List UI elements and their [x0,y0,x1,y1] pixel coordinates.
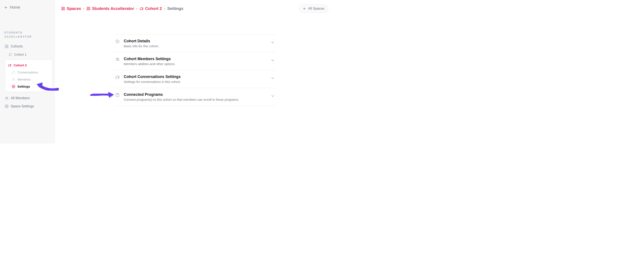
archive-icon [115,93,120,97]
svg-rect-18 [87,9,88,10]
sidebar-item-cohort-1[interactable]: Cohort 1 [2,51,52,58]
chat-icon [115,75,120,79]
svg-point-7 [13,86,14,87]
breadcrumb-program-label: Students Accellerator [92,6,134,11]
svg-rect-3 [7,47,8,48]
main: Spaces › Students Accellerator › Cohort … [55,0,335,143]
row-body: Cohort Conversations Settings Settings f… [124,75,266,84]
svg-rect-26 [116,94,119,96]
gear-icon [12,85,15,88]
breadcrumb-current-label: Settings [167,6,183,11]
svg-point-10 [6,106,7,107]
chevron-down-icon [271,41,274,45]
chevron-down-icon [271,76,274,80]
row-title: Connected Programs [124,92,266,97]
svg-point-22 [117,41,118,41]
chat-icon [140,7,144,11]
svg-point-24 [118,58,119,59]
conversations-label: Conversations [18,71,38,74]
chat-icon [8,53,12,56]
svg-point-23 [116,58,118,59]
cohort2-title: Cohort 2 [14,63,27,67]
sidebar-sub-members[interactable]: Members [7,76,51,83]
chevron-right-icon: › [83,7,84,11]
sidebar-sub-conversations[interactable]: Conversations [7,69,51,76]
settings-row-members-settings[interactable]: Cohort Members Settings Members abilitie… [114,52,276,70]
sidebar: Home STUDENTS ACCELLERATOR Cohorts Cohor… [0,0,55,143]
row-title: Cohort Details [124,39,266,43]
svg-point-6 [14,79,14,79]
svg-rect-15 [87,7,88,8]
breadcrumb: Spaces › Students Accellerator › Cohort … [61,6,183,11]
info-icon [115,39,120,44]
row-title: Cohort Conversations Settings [124,75,266,79]
sidebar-item-cohort-2[interactable]: Cohort 2 [7,62,51,69]
row-sub: Members abilities and other options. [124,62,266,66]
breadcrumb-spaces[interactable]: Spaces [61,6,81,11]
row-body: Cohort Members Settings Members abilitie… [124,57,266,66]
breadcrumb-spaces-label: Spaces [67,6,81,11]
svg-rect-12 [64,7,64,8]
sidebar-item-space-settings[interactable]: Space Settings [2,102,52,110]
sidebar-item-all-members[interactable]: All Members [2,94,52,102]
chat-icon [12,71,15,74]
sidebar-sub-settings[interactable]: Settings [7,83,51,90]
row-body: Connected Programs Connect program(s) to… [124,92,266,101]
settings-row-conversations-settings[interactable]: Cohort Conversations Settings Settings f… [114,70,276,88]
all-spaces-label: All Spaces [308,7,324,11]
users-icon [115,57,120,61]
arrow-left-icon [4,6,8,9]
cohort1-label: Cohort 1 [14,53,26,56]
chevron-down-icon [271,94,274,98]
space-settings-label: Space Settings [11,104,34,108]
sidebar-item-cohorts[interactable]: Cohorts [2,42,52,51]
chevron-right-icon: › [164,7,165,11]
svg-rect-4 [5,47,6,48]
chevron-right-icon: › [136,7,138,11]
svg-rect-1 [5,45,6,46]
topbar: Spaces › Students Accellerator › Cohort … [61,4,328,13]
svg-rect-2 [7,45,8,46]
svg-rect-14 [62,9,63,10]
chat-icon [8,64,12,67]
all-spaces-button[interactable]: All Spaces [299,4,328,13]
settings-row-cohort-details[interactable]: Cohort Details Basic info for this cohor… [114,34,276,52]
gear-icon [5,104,8,108]
breadcrumb-current: Settings [167,6,183,11]
settings-panel: Cohort Details Basic info for this cohor… [114,34,276,106]
svg-rect-13 [64,9,64,10]
home-link[interactable]: Home [2,4,52,11]
users-icon [12,78,15,81]
settings-row-connected-programs[interactable]: Connected Programs Connect program(s) to… [114,88,276,106]
home-label: Home [10,5,20,10]
members-label: Members [18,78,31,81]
all-members-label: All Members [11,96,30,100]
row-sub: Settings for conversations in this cohor… [124,80,266,84]
breadcrumb-program[interactable]: Students Accellerator [86,6,134,11]
row-sub: Connect program(s) to this cohort so tha… [124,98,266,101]
chevron-down-icon [271,58,274,62]
spaces-icon [5,45,8,48]
row-sub: Basic info for this cohort. [124,44,266,48]
breadcrumb-cohort[interactable]: Cohort 2 [140,6,162,11]
svg-rect-16 [89,7,90,8]
row-title: Cohort Members Settings [124,57,266,61]
svg-point-5 [13,78,14,79]
cohort-card: Cohort 2 Conversations Members Settings [5,60,52,92]
users-icon [5,96,8,100]
spaces-icon [61,7,65,11]
row-body: Cohort Details Basic info for this cohor… [124,39,266,48]
spaces-icon [86,7,90,11]
sidebar-cohorts-label: Cohorts [11,45,23,48]
breadcrumb-cohort-label: Cohort 2 [145,6,162,11]
settings-label: Settings [18,85,30,88]
svg-point-9 [7,97,8,98]
svg-point-8 [6,97,7,98]
svg-rect-17 [89,9,90,10]
svg-rect-11 [62,7,63,8]
arrow-left-icon [303,7,306,10]
sidebar-section-label: STUDENTS ACCELLERATOR [2,31,52,39]
